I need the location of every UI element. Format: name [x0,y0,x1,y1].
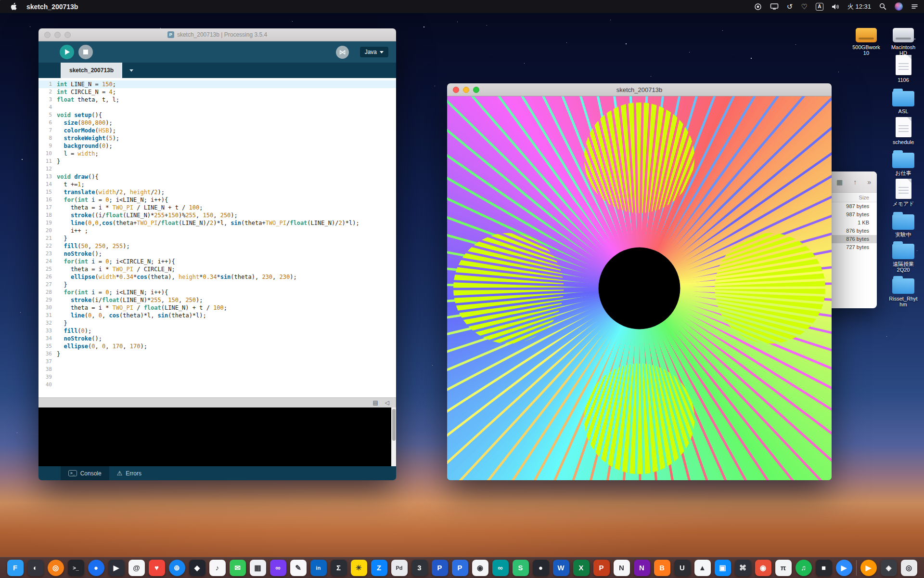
sketch-tab[interactable]: sketch_200713b [61,63,122,78]
finder-share-icon[interactable]: ↑ [853,178,857,186]
desktop-icon[interactable]: MacintoshHD [883,21,924,56]
dock-item[interactable]: P [593,560,610,576]
dock-item[interactable]: ◈ [881,560,897,576]
desktop-icon[interactable]: 実験中 [883,209,924,237]
dock-item[interactable]: U [674,560,691,576]
dock-item[interactable]: W [553,560,569,576]
heart-icon[interactable]: ♡ [801,3,807,10]
scrollbar-thumb[interactable] [392,409,396,441]
dock-item[interactable]: X [573,560,590,576]
console-icon: >_ [68,470,77,476]
code-line: 4 [38,104,396,111]
dock-item[interactable]: ✎ [290,560,307,576]
console-tab[interactable]: >_ Console [61,466,109,480]
menu-clock[interactable]: 火 12:31 [847,2,871,11]
dock-item[interactable]: ⊕ [169,560,185,576]
desktop-icon[interactable]: Risset_Rhythm [883,273,924,307]
dock-item[interactable]: ● [88,560,104,576]
dock-item[interactable]: ♫ [796,560,812,576]
display-icon[interactable] [770,3,779,10]
siri-icon[interactable] [895,2,903,11]
line-number: 16 [38,196,57,204]
desktop-icon[interactable]: 遠隔授業2Q20 [883,238,924,273]
dock-item[interactable]: ◎ [48,560,64,576]
dock-item[interactable]: in [310,560,327,576]
desktop-icon[interactable]: 1106 [883,54,924,83]
desktop-icon[interactable]: ASL [883,85,924,114]
time-machine-icon[interactable]: ↺ [787,3,793,10]
dock-item[interactable]: ● [533,560,549,576]
dock-item[interactable]: F [7,560,24,576]
console-output[interactable] [38,407,396,466]
dock-item[interactable]: ✉ [230,560,246,576]
dock: F◐◎>_●▶@♥⊕◆♪✉▦∞✎inΣ☀ZPd3PP◉∞S●WXPNNBU▲▣⌘… [0,557,924,578]
dock-item[interactable]: ◆ [189,560,205,576]
dock-item[interactable]: Pd [391,560,408,576]
dock-item[interactable]: P [432,560,448,576]
tab-menu-button[interactable] [126,63,137,78]
sketch-title-bar[interactable]: sketch_200713b [447,83,832,96]
apple-menu-icon[interactable] [10,2,17,11]
dock-item[interactable]: ♪ [209,560,226,576]
dock-item[interactable]: N [614,560,630,576]
errors-tab[interactable]: ⚠ Errors [109,466,149,480]
dock-item[interactable]: 3 [411,560,428,576]
dock-item[interactable]: ▶ [860,560,877,576]
volume-icon[interactable] [832,3,839,10]
export-console-icon[interactable]: ▤ [372,399,378,406]
dock-item[interactable]: ▲ [694,560,711,576]
dock-item[interactable]: B [654,560,670,576]
dock-item[interactable]: Σ [331,560,347,576]
dock-item[interactable]: ▶ [836,560,852,576]
desktop-icon[interactable]: メモアド [883,178,924,207]
spotlight-icon[interactable] [879,3,886,10]
dock-item[interactable]: ◐ [27,560,44,576]
dock-item[interactable]: @ [128,560,145,576]
console-scrollbar[interactable] [391,407,396,466]
run-button[interactable] [60,45,74,59]
screen-record-icon[interactable] [754,3,762,11]
dock-item[interactable]: S [513,560,529,576]
desktop-icon[interactable]: お仕事 [883,147,924,176]
stop-button[interactable] [78,45,93,59]
notification-center-icon[interactable] [911,3,918,10]
dock-item[interactable]: N [634,560,650,576]
processing-title-bar[interactable]: P sketch_200713b | Processing 3.5.4 [38,28,396,41]
finder-toolbar-overflow-icon[interactable]: » [867,178,871,186]
dock-item[interactable]: ∞ [492,560,509,576]
finder-view-icon[interactable]: ▦ [836,178,843,186]
sketch-output-window: sketch_200713b [447,83,832,480]
dock-item[interactable]: ♥ [149,560,165,576]
line-number: 10 [38,150,57,158]
finder-size-column-header[interactable]: Size [859,195,869,200]
dock-item[interactable]: ▦ [250,560,266,576]
menu-app-name[interactable]: sketch_200713b [26,3,78,11]
code-line: 7 colorMode(HSB); [38,127,396,134]
code-line: 14 t +=1; [38,181,396,188]
dock-item[interactable]: P [452,560,468,576]
dock-item[interactable]: ◎ [901,560,917,576]
dock-item[interactable]: π [775,560,792,576]
code-line: 10 l = width; [38,150,396,158]
chevron-down-icon [380,51,384,53]
dock-item[interactable]: ∞ [270,560,286,576]
code-line: 29 stroke(i/float(LINE_N)*255, 150, 250)… [38,296,396,304]
dock-separator [856,560,857,576]
dock-item[interactable]: ■ [816,560,832,576]
clear-console-icon[interactable]: ◁ [385,399,389,406]
dock-item[interactable]: ▶ [108,560,125,576]
dock-item[interactable]: >_ [68,560,84,576]
desktop-icon[interactable]: schedule [883,116,924,145]
dock-item[interactable]: ⌘ [735,560,751,576]
dock-item[interactable]: ◉ [472,560,488,576]
dock-item[interactable]: ☀ [351,560,367,576]
dock-item[interactable]: Z [371,560,387,576]
dock-item[interactable]: ▣ [715,560,731,576]
line-number: 3 [38,96,57,104]
mode-selector[interactable]: Java [360,47,388,57]
code-editor[interactable]: 1int LINE_N = 150;2int CIRCLE_N = 4;3flo… [38,78,396,397]
dock-item[interactable]: ◉ [755,560,771,576]
desktop-icon[interactable]: 500GBwork10 [846,21,887,56]
input-source-icon[interactable]: A [816,3,823,11]
debug-button[interactable]: ⋈ [336,46,349,59]
